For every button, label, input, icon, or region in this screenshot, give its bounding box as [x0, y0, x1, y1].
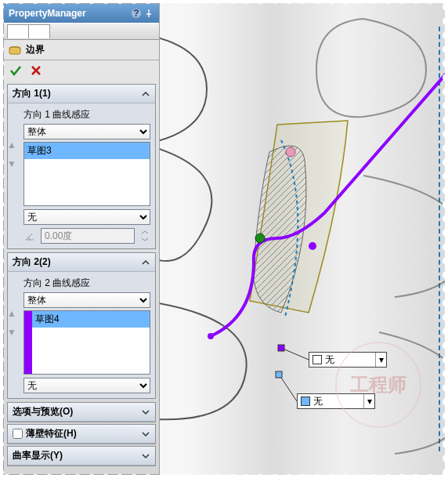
svg-rect-9	[278, 345, 284, 351]
ok-button[interactable]	[9, 63, 23, 78]
titlebar-title: PropertyManager	[9, 8, 86, 19]
direction-2-end-select[interactable]: 无	[23, 378, 150, 393]
angle-input[interactable]: 0.00度	[41, 228, 135, 244]
chevron-down-icon	[141, 407, 150, 417]
svg-point-3	[208, 333, 214, 339]
section-header-curvature[interactable]: 曲率显示(Y)	[8, 447, 155, 465]
3d-viewport[interactable]: 无 ▾ 无 ▾ 工程师	[160, 3, 445, 475]
watermark: 工程师	[335, 342, 421, 428]
tab-strip	[4, 23, 159, 40]
section-direction-1: 方向 1(1) ▲ ▼ 方向 1 曲线感应 整体 草图3 无	[7, 84, 156, 249]
reference-axis	[439, 27, 440, 451]
section-thin-feature: 薄壁特征(H)	[7, 424, 156, 444]
section-title: 方向 1(1)	[13, 87, 51, 100]
chevron-up-icon	[141, 258, 150, 267]
tab-sketch[interactable]	[28, 24, 50, 38]
swatch-icon	[313, 355, 322, 364]
direction-1-type-select[interactable]: 整体	[23, 124, 150, 139]
move-down-button[interactable]: ▼	[6, 325, 17, 339]
direction-2-type-select[interactable]: 整体	[23, 292, 150, 308]
callout-label: 无	[313, 395, 323, 408]
section-curvature: 曲率显示(Y)	[7, 446, 156, 466]
list-item[interactable]: 草图3	[24, 143, 150, 159]
chevron-up-icon	[141, 89, 150, 99]
svg-point-5	[255, 234, 265, 243]
section-header-options[interactable]: 选项与预览(O)	[8, 403, 155, 422]
boundary-feature-icon	[9, 44, 21, 56]
swatch-icon	[301, 397, 310, 406]
direction-2-listbox[interactable]: 草图4	[23, 310, 150, 375]
pin-icon[interactable]	[143, 8, 154, 19]
direction-1-end-select[interactable]: 无	[23, 209, 150, 225]
move-up-button[interactable]: ▲	[6, 138, 17, 152]
move-down-button[interactable]: ▼	[6, 157, 17, 171]
section-title: 曲率显示(Y)	[13, 449, 63, 462]
list-item[interactable]: 草图4	[32, 311, 150, 328]
svg-line-7	[281, 348, 309, 360]
property-manager-panel: PropertyManager ? 边界	[3, 3, 160, 475]
section-title: 方向 2(2)	[13, 255, 51, 269]
section-header-thin[interactable]: 薄壁特征(H)	[8, 425, 155, 444]
titlebar: PropertyManager ?	[4, 4, 159, 23]
svg-point-6	[286, 147, 295, 157]
confirm-row	[4, 60, 159, 81]
tab-feature[interactable]	[7, 24, 29, 38]
section-header-direction-1[interactable]: 方向 1(1)	[8, 85, 155, 103]
callout-label: 无	[325, 353, 334, 367]
help-icon[interactable]: ?	[131, 8, 142, 19]
svg-rect-2	[9, 47, 20, 54]
section-direction-2: 方向 2(2) ▲ ▼ 方向 2 曲线感应 整体 草图4	[7, 252, 156, 399]
feature-label: 边界	[26, 43, 45, 56]
section-title: 薄壁特征(H)	[26, 427, 77, 440]
direction-2-label: 方向 2 曲线感应	[23, 277, 150, 290]
angle-icon	[23, 230, 36, 242]
direction-1-listbox[interactable]: 草图3	[23, 142, 150, 206]
direction-1-label: 方向 1 曲线感应	[23, 108, 150, 121]
chevron-down-icon	[141, 429, 150, 439]
feature-header: 边界	[4, 40, 159, 60]
svg-rect-10	[276, 371, 282, 378]
chevron-down-icon	[141, 451, 150, 461]
section-header-direction-2[interactable]: 方向 2(2)	[8, 253, 155, 272]
thin-feature-checkbox[interactable]	[13, 429, 23, 439]
section-options: 选项与预览(O)	[7, 402, 156, 422]
svg-text:?: ?	[133, 8, 139, 19]
move-up-button[interactable]: ▲	[6, 306, 17, 320]
svg-point-4	[309, 242, 316, 250]
sections-scroll[interactable]: 方向 1(1) ▲ ▼ 方向 1 曲线感应 整体 草图3 无	[4, 81, 159, 474]
section-title: 选项与预览(O)	[13, 405, 73, 418]
svg-line-8	[280, 375, 297, 401]
cancel-button[interactable]	[29, 63, 43, 78]
direction-color-bar	[24, 311, 32, 374]
stepper-icon[interactable]	[139, 229, 150, 243]
